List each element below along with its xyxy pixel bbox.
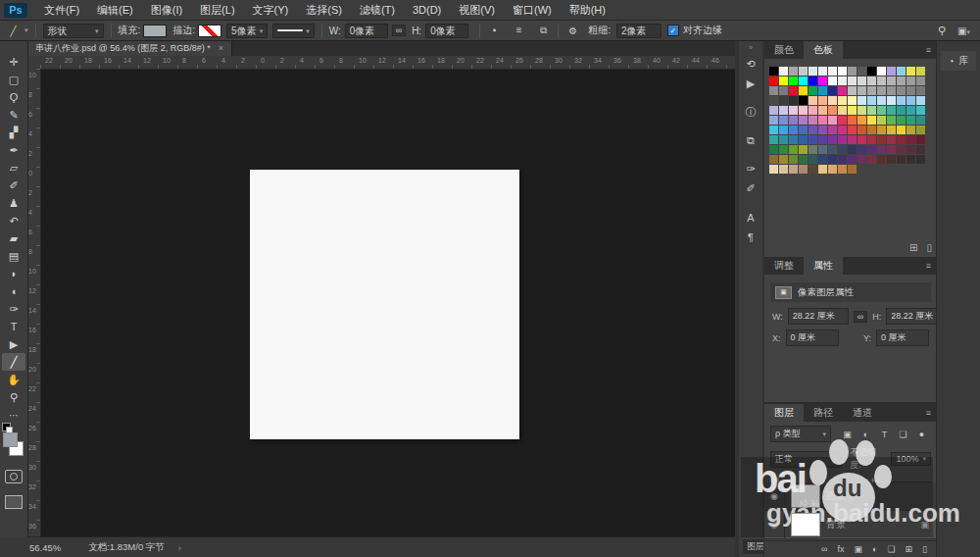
color-swatch[interactable] bbox=[877, 67, 886, 76]
new-layer-icon[interactable]: ⊞ bbox=[906, 544, 913, 554]
link-layers-icon[interactable]: ∞ bbox=[821, 544, 827, 554]
color-swatch[interactable] bbox=[779, 116, 788, 125]
color-swatch[interactable] bbox=[769, 96, 778, 105]
color-swatch[interactable] bbox=[916, 86, 925, 95]
color-swatch[interactable] bbox=[877, 106, 886, 115]
color-swatch[interactable] bbox=[848, 106, 857, 115]
color-swatch[interactable] bbox=[848, 86, 857, 95]
color-swatch[interactable] bbox=[799, 86, 808, 95]
stroke-type-select[interactable]: ▾ bbox=[272, 24, 315, 38]
menu-item[interactable]: 编辑(E) bbox=[88, 0, 142, 20]
prop-x-field[interactable]: 0 厘米 bbox=[786, 329, 839, 346]
color-swatch[interactable] bbox=[858, 86, 866, 95]
horizontal-ruler[interactable]: 2220181614121086420246810121416182022242… bbox=[40, 56, 735, 70]
color-swatch[interactable] bbox=[858, 135, 866, 144]
color-swatch[interactable] bbox=[838, 126, 847, 134]
new-group-icon[interactable]: ❏ bbox=[887, 544, 895, 554]
color-swatch[interactable] bbox=[779, 135, 788, 144]
color-swatch[interactable] bbox=[848, 165, 857, 174]
color-swatch[interactable] bbox=[818, 67, 827, 76]
filter-smart-objects-icon[interactable]: ● bbox=[915, 430, 928, 439]
status-options-arrow[interactable]: › bbox=[178, 542, 181, 553]
tool-presets-panel-icon[interactable]: ✐ bbox=[740, 179, 761, 198]
path-selection-tool[interactable]: ▶ bbox=[2, 335, 25, 353]
menu-item[interactable]: 图像(I) bbox=[142, 0, 191, 20]
color-swatch[interactable] bbox=[877, 116, 886, 125]
color-swatch[interactable] bbox=[769, 155, 778, 164]
color-swatch[interactable] bbox=[906, 126, 915, 134]
color-swatch[interactable] bbox=[906, 96, 915, 105]
color-swatch[interactable] bbox=[799, 126, 808, 134]
color-swatch[interactable] bbox=[867, 106, 876, 115]
color-swatch[interactable] bbox=[818, 126, 827, 134]
layer-visibility-eye-icon[interactable]: ◉ bbox=[764, 511, 785, 538]
foreground-background-colors[interactable] bbox=[3, 432, 24, 456]
swatches-tab-inactive[interactable]: 颜色 bbox=[764, 41, 804, 59]
layer-mask-icon[interactable]: ▣ bbox=[854, 544, 862, 554]
layers-tab-inactive[interactable]: 通道 bbox=[843, 404, 882, 422]
color-swatch[interactable] bbox=[916, 96, 925, 105]
color-swatch[interactable] bbox=[818, 165, 827, 174]
color-swatch[interactable] bbox=[838, 135, 847, 144]
color-swatch[interactable] bbox=[848, 96, 857, 105]
color-swatch[interactable] bbox=[799, 145, 808, 154]
layer-row[interactable]: ◉背景▣ bbox=[764, 511, 937, 539]
color-swatch[interactable] bbox=[779, 145, 788, 154]
adjustment-layer-icon[interactable]: ◐ bbox=[872, 544, 877, 554]
actions-panel-icon[interactable]: ▶ bbox=[740, 75, 761, 93]
properties-tab-active[interactable]: 属性 bbox=[804, 257, 843, 275]
menu-item[interactable]: 文字(Y) bbox=[244, 0, 298, 20]
color-swatch[interactable] bbox=[789, 96, 798, 105]
lasso-tool[interactable]: Ϙ bbox=[2, 88, 25, 106]
color-swatch[interactable] bbox=[789, 76, 798, 85]
expand-panels-icon[interactable]: » bbox=[739, 41, 762, 54]
link-dimensions-icon[interactable]: ∞ bbox=[392, 25, 406, 36]
color-swatch[interactable] bbox=[838, 86, 847, 95]
rectangular-marquee-tool[interactable]: ▢ bbox=[2, 71, 25, 88]
search-icon[interactable]: ⚲ bbox=[938, 25, 946, 37]
color-swatch[interactable] bbox=[769, 165, 778, 174]
color-swatch[interactable] bbox=[808, 155, 817, 164]
color-swatch[interactable] bbox=[877, 76, 886, 85]
color-swatch[interactable] bbox=[887, 67, 896, 76]
color-swatch[interactable] bbox=[779, 106, 788, 115]
color-swatch[interactable] bbox=[838, 145, 847, 154]
color-swatch[interactable] bbox=[848, 155, 857, 164]
color-swatch[interactable] bbox=[906, 135, 915, 144]
color-swatch[interactable] bbox=[779, 86, 788, 95]
delete-swatch-icon[interactable]: ▯ bbox=[926, 242, 932, 253]
color-swatch[interactable] bbox=[818, 135, 827, 144]
color-swatch[interactable] bbox=[858, 126, 866, 134]
color-swatch[interactable] bbox=[887, 96, 896, 105]
brush-tool[interactable]: ✐ bbox=[2, 177, 25, 194]
color-swatch[interactable] bbox=[818, 76, 827, 85]
color-swatch[interactable] bbox=[818, 96, 827, 105]
color-swatch[interactable] bbox=[887, 135, 896, 144]
path-operations-icon[interactable]: ▪ bbox=[487, 25, 502, 36]
color-swatch[interactable] bbox=[848, 126, 857, 134]
crop-tool[interactable]: ▞ bbox=[2, 124, 25, 141]
color-swatch[interactable] bbox=[799, 135, 808, 144]
color-swatch[interactable] bbox=[916, 145, 925, 154]
color-swatch[interactable] bbox=[808, 116, 817, 125]
quick-selection-tool[interactable]: ✎ bbox=[2, 106, 25, 124]
color-swatch[interactable] bbox=[867, 76, 876, 85]
zoom-level-field[interactable]: 56.45% bbox=[29, 542, 61, 553]
photoshop-logo[interactable]: Ps bbox=[4, 3, 27, 18]
color-swatch[interactable] bbox=[818, 155, 827, 164]
color-swatch[interactable] bbox=[779, 67, 788, 76]
delete-layer-icon[interactable]: ▯ bbox=[922, 544, 927, 554]
eyedropper-tool[interactable]: ✒ bbox=[2, 141, 25, 159]
hand-tool[interactable]: ✋ bbox=[2, 371, 25, 388]
color-swatch[interactable] bbox=[897, 76, 906, 85]
stroke-width-field[interactable]: 5像素 ▾ bbox=[226, 24, 268, 38]
color-swatch[interactable] bbox=[838, 155, 847, 164]
color-swatch[interactable] bbox=[799, 155, 808, 164]
quick-mask-icon[interactable] bbox=[5, 470, 23, 483]
color-swatch[interactable] bbox=[799, 67, 808, 76]
color-swatch[interactable] bbox=[779, 165, 788, 174]
color-swatch[interactable] bbox=[897, 67, 906, 76]
width-field[interactable]: 0像素 bbox=[345, 24, 388, 38]
color-swatch[interactable] bbox=[897, 145, 906, 154]
color-swatch[interactable] bbox=[916, 106, 925, 115]
